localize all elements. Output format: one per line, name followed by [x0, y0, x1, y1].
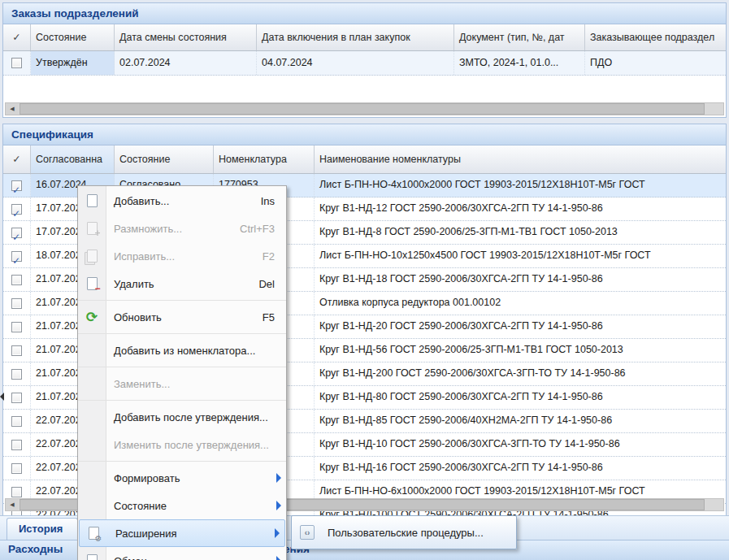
menu-separator [78, 297, 286, 303]
submenu-arrow-icon [276, 473, 281, 483]
orders-table-row[interactable]: Утверждён 02.07.2024 04.07.2024 ЗМТО, 20… [3, 51, 726, 76]
spec-cell-name[interactable]: Круг В1-НД-85 ГОСТ 2590-2006/40ХН2МА-2ГП… [315, 410, 726, 432]
orders-column-date-change[interactable]: Дата смены состояния [115, 24, 257, 50]
orders-check-column-header[interactable]: ✓ [3, 24, 31, 50]
row-checkbox[interactable] [11, 463, 22, 474]
menu-item-add[interactable]: Добавить... Ins [78, 187, 286, 215]
row-checkbox[interactable] [11, 416, 22, 427]
page-exchange-icon: ⇄ [78, 554, 106, 560]
menu-item-edit: Исправить... F2 [78, 242, 286, 270]
orders-table-header: ✓ Состояние Дата смены состояния Дата вк… [3, 24, 726, 51]
spec-column-state[interactable]: Состояние [115, 145, 214, 173]
tab-history[interactable]: История [7, 518, 78, 540]
menu-separator [78, 364, 286, 370]
menu-item-state[interactable]: Состояние [78, 492, 286, 519]
spec-cell-name[interactable]: Круг В1-НД-18 ГОСТ 2590-2006/30ХГСА-2ГП … [315, 268, 726, 291]
row-checkbox[interactable] [11, 251, 22, 262]
row-checkbox[interactable] [11, 58, 22, 68]
spec-check-column-header[interactable]: ✓ [3, 145, 31, 173]
menu-item-refresh[interactable]: ⟳ Обновить F5 [78, 303, 286, 331]
spec-cell-name[interactable]: Круг В1-НД-200 ГОСТ 2590-2006/30ХГСА-3ГП… [315, 362, 726, 385]
orders-cell-date-plan[interactable]: 04.07.2024 [257, 51, 454, 75]
orders-cell-department[interactable]: ПДО [585, 51, 726, 75]
spec-column-nomenclature[interactable]: Номенклатура [214, 145, 315, 173]
row-checkbox[interactable] [11, 487, 22, 497]
menu-item-delete[interactable]: − Удалить Del [78, 270, 286, 297]
row-checkbox[interactable] [11, 204, 22, 215]
spec-cell-name[interactable]: Лист Б-ПН-НО-10х1250х4500 ГОСТ 19903-201… [315, 245, 726, 267]
orders-column-document[interactable]: Документ (тип, №, дат [454, 24, 585, 50]
orders-column-state[interactable]: Состояние [31, 24, 115, 50]
page-delete-icon: − [78, 277, 106, 290]
submenu-arrow-icon [275, 528, 280, 538]
scroll-thumb[interactable] [20, 103, 705, 115]
menu-item-edit-after-approval: Изменить после утверждения... [78, 431, 286, 458]
row-checkbox[interactable] [11, 298, 22, 309]
spec-column-name[interactable]: Наименование номенклатуры [315, 145, 726, 173]
refresh-icon: ⟳ [78, 310, 106, 324]
submenu-arrow-icon [276, 501, 281, 510]
spec-column-agreed-date[interactable]: Согласованна [31, 145, 115, 173]
submenu-item-user-procedures[interactable]: Пользовательские процедуры... [315, 527, 484, 539]
orders-panel: Заказы подразделений ✓ Состояние Дата см… [2, 2, 727, 118]
spec-cell-name[interactable]: Круг В1-НД-80 ГОСТ 2590-2006/30ХГСА-2ГП … [315, 386, 726, 409]
spec-cell-name[interactable]: Отливка корпуса редуктора 001.00102 [315, 292, 726, 315]
row-checkbox[interactable] [11, 345, 22, 356]
row-checkbox[interactable] [11, 228, 22, 238]
orders-panel-title: Заказы подразделений [3, 3, 726, 24]
orders-cell-state[interactable]: Утверждён [31, 51, 115, 75]
orders-column-department[interactable]: Заказывающее подраздел [585, 24, 726, 50]
page-add-icon [78, 194, 106, 207]
menu-separator [78, 397, 286, 403]
menu-item-replace: Заменить... [78, 370, 286, 397]
extensions-submenu: ‹› Пользовательские процедуры... [291, 515, 517, 549]
user-procedures-icon: ‹› [300, 525, 315, 540]
menu-item-exchange[interactable]: ⇄ Обмен [78, 547, 286, 560]
scroll-left-button[interactable]: ◀ [6, 499, 19, 510]
orders-cell-document[interactable]: ЗМТО, 2024-1, 01.0... [454, 51, 585, 75]
row-checkbox[interactable] [11, 275, 22, 285]
spec-cell-name[interactable]: Круг В1-НД-16 ГОСТ 2590-2006/30ХГСА-2ГП … [315, 457, 726, 480]
submenu-arrow-icon [276, 556, 281, 560]
splitter-collapse-icon[interactable] [0, 393, 4, 401]
spec-table-header: ✓ Согласованна Состояние Номенклатура На… [3, 145, 726, 174]
menu-separator [78, 331, 286, 336]
spec-cell-name[interactable]: Лист Б-ПН-НО-4х1000х2000 ГОСТ 19903-2015… [315, 174, 726, 197]
orders-horizontal-scrollbar[interactable]: ◀ [5, 102, 724, 115]
orders-cell-date-change[interactable]: 02.07.2024 [115, 51, 257, 75]
page-copy-plus-icon: + [78, 222, 106, 235]
spec-cell-name[interactable]: Круг В1-НД-12 ГОСТ 2590-2006/30ХГСА-2ГП … [315, 198, 726, 220]
application-window: Заказы подразделений ✓ Состояние Дата см… [0, 0, 729, 560]
row-checkbox[interactable] [11, 180, 22, 191]
spec-cell-name[interactable]: Круг В1-НД-8 ГОСТ 2590-2006/25-3ГП-М1-ТВ… [315, 221, 726, 244]
row-checkbox[interactable] [11, 322, 22, 332]
menu-item-extensions[interactable]: ⚙ Расширения [79, 519, 285, 547]
spec-panel-title: Спецификация [3, 124, 726, 145]
spec-cell-name[interactable]: Круг В1-НД-20 ГОСТ 2590-2006/30ХГСА-2ГП … [315, 315, 726, 338]
menu-item-add-from-nomenclator[interactable]: Добавить из номенклатора... [78, 336, 286, 364]
menu-item-add-after-approval[interactable]: Добавить после утверждения... [78, 403, 286, 431]
orders-column-date-plan[interactable]: Дата включения в план закупок [257, 24, 454, 50]
row-checkbox[interactable] [11, 393, 22, 403]
row-checkbox[interactable] [11, 369, 22, 380]
page-gear-icon: ⚙ [80, 527, 107, 540]
menu-item-duplicate: + Размножить... Ctrl+F3 [78, 215, 286, 242]
spec-cell-name[interactable]: Круг В1-НД-10 ГОСТ 2590-2006/30ХГСА-3ГП-… [315, 433, 726, 456]
menu-item-form[interactable]: Формировать [78, 464, 286, 492]
spec-cell-name[interactable]: Круг В1-НД-56 ГОСТ 2590-2006/25-3ГП-М1-Т… [315, 339, 726, 362]
menu-separator [78, 458, 286, 464]
row-checkbox[interactable] [11, 440, 22, 450]
context-menu: Добавить... Ins + Размножить... Ctrl+F3 … [77, 185, 287, 560]
page-edit-icon [78, 250, 106, 263]
caption-fragment-left: Расходны [8, 543, 63, 555]
scroll-left-button[interactable]: ◀ [6, 103, 19, 115]
